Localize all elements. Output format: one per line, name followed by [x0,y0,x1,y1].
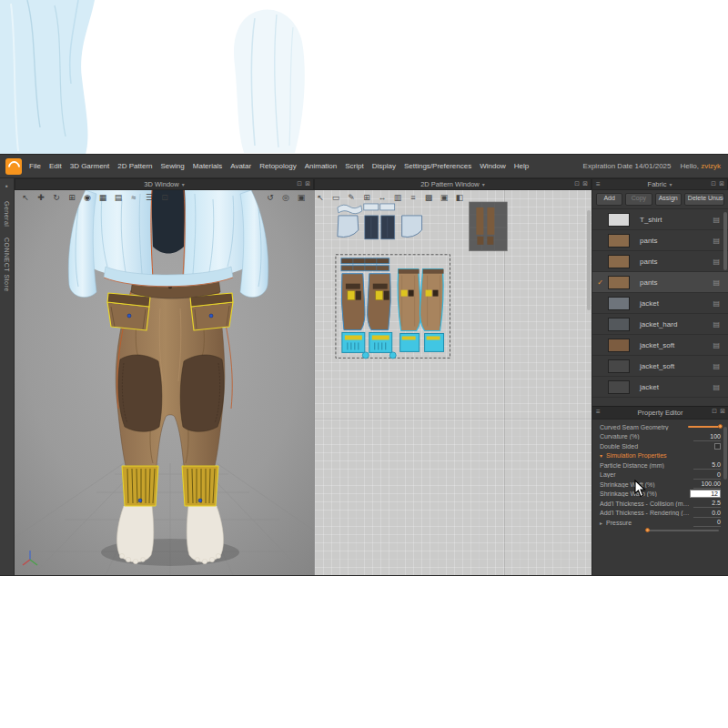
fabric-list-item[interactable]: jacket_soft ▤ [592,356,728,377]
avatar-with-garment[interactable] [15,190,314,575]
copy-fabric-button[interactable]: Copy [625,193,652,206]
menu-file[interactable]: File [29,162,41,170]
fabric-list-item[interactable]: pants ▤ [592,251,728,272]
fabric-settings-icon[interactable]: ▤ [713,216,720,224]
fabric-settings-icon[interactable]: ▤ [713,278,720,287]
close-panel-icon[interactable]: ⊠ [305,180,310,187]
menu-3d-garment[interactable]: 3D Garment [70,162,110,170]
menu-avatar[interactable]: Avatar [230,162,251,170]
fabric-settings-icon[interactable]: ▤ [713,299,720,308]
show-garment-icon[interactable]: ▦ [97,192,108,203]
edit-pattern-icon[interactable]: ✎ [346,192,357,203]
delete-unused-button[interactable]: Delete Unused [684,193,724,206]
fabric-settings-icon[interactable]: ▤ [713,320,720,329]
section-collapse-icon[interactable]: ▾ [600,452,602,459]
chevron-down-icon[interactable]: ▾ [182,181,185,187]
fabric-scrollbar-thumb[interactable] [723,212,727,270]
menu-sewing[interactable]: Sewing [161,162,185,170]
render-icon[interactable]: ⊡ [159,192,170,203]
assign-fabric-button[interactable]: Assign [655,193,682,206]
fabric-settings-icon[interactable]: ▤ [713,383,720,391]
jacket-pattern-pieces[interactable] [338,204,422,239]
fabric-list-item[interactable]: pants ▤ [592,230,728,251]
menu-display[interactable]: Display [372,162,396,170]
menu-script[interactable]: Script [345,162,363,170]
add-point-icon[interactable]: ⊞ [361,192,372,203]
fabric-list-item[interactable]: jacket ▤ [592,377,728,398]
pants-cuff-left[interactable] [122,466,158,506]
pants-pocket-right[interactable] [190,293,233,330]
pants-pattern-pieces-large[interactable] [398,269,443,352]
pants-pocket-left[interactable] [107,293,150,330]
menu-2d-pattern[interactable]: 2D Pattern [117,162,152,170]
fabric-settings-icon[interactable]: ▤ [713,362,720,370]
property-editor-header[interactable]: ≡ Property Editor ⊡ ⊠ [592,406,728,420]
grid-toggle-icon[interactable]: ▩ [423,192,434,203]
layer-value[interactable]: 0 [693,470,721,480]
pattern-tool-icon[interactable]: ▭ [330,192,341,203]
fabric-list-item[interactable]: T_shirt ▤ [592,209,728,230]
fabric-list-item-selected[interactable]: ✓ pants ▤ [592,272,728,293]
rotate-gizmo-icon[interactable]: ↻ [51,192,62,203]
particle-distance-value[interactable]: 5.0 [693,460,721,470]
move-gizmo-icon[interactable]: ✚ [35,192,46,203]
username-link[interactable]: zvizyk [701,162,721,170]
fabric-list-item[interactable]: jacket ▤ [592,293,728,314]
curved-seam-slider[interactable] [688,426,721,428]
pressure-value[interactable]: 0 [693,518,721,527]
reset-view-icon[interactable]: ↺ [265,192,276,203]
menu-edit[interactable]: Edit [49,162,62,170]
scene-list-icon[interactable]: ☰ [144,192,155,203]
close-panel-icon[interactable]: ⊠ [719,180,724,187]
float-panel-icon[interactable]: ⊡ [711,180,716,187]
select-tool-icon[interactable]: ↖ [20,192,31,203]
close-panel-icon[interactable]: ⊠ [582,180,588,187]
double-sided-checkbox[interactable] [714,443,721,450]
fabric-settings-icon[interactable]: ▤ [713,258,720,266]
menu-materials[interactable]: Materials [193,162,222,170]
2d-pattern-viewport[interactable]: ↖ ▭ ✎ ⊞ ↔ ▥ ≡ ▩ ▣ ◧ [314,190,592,575]
chevron-down-icon[interactable]: ▾ [669,181,672,187]
knee-panel-right[interactable] [180,355,224,431]
menu-help[interactable]: Help [514,162,529,170]
fabric-settings-icon[interactable]: ▤ [713,237,720,245]
rail-tab-connect-store[interactable]: CONNECT Store [4,238,10,292]
shrinkage-weft-value[interactable]: 100.00 [693,480,721,489]
2d-pattern-window-header[interactable]: 2D Pattern Window ▾ ⊡ ⊠ [314,178,592,190]
fabric-settings-icon[interactable]: ▤ [713,341,720,349]
menu-settings-preferences[interactable]: Settings/Preferences [404,162,471,170]
3d-viewport[interactable]: ↖ ✚ ↻ ⊞ ◉ ▦ ▤ ≈ ☰ ⊡ ↺ ◎ ▣ [15,190,314,575]
focus-view-icon[interactable]: ◎ [280,192,291,203]
3d-window-header[interactable]: 3D Window ▾ ⊡ ⊠ [15,178,314,190]
float-panel-icon[interactable]: ⊡ [297,180,302,187]
pattern-pieces[interactable] [315,190,592,574]
panel-menu-icon[interactable]: ≡ [596,408,601,416]
show-avatar-icon[interactable]: ◉ [82,192,93,203]
fabric-list-item[interactable]: jacket_soft ▤ [592,335,728,356]
pants-pattern-pieces-small[interactable] [341,258,396,359]
texture-surface-icon[interactable]: ▤ [113,192,124,203]
knee-panel-left[interactable] [118,355,162,431]
thickness-collision-value[interactable]: 2.5 [693,499,721,508]
sewing-tool-icon[interactable]: ≡ [408,192,419,203]
rail-tab-general[interactable]: General [4,201,10,227]
shrinkage-warp-input[interactable] [690,490,721,498]
section-expand-icon[interactable]: ▸ [600,520,602,526]
menu-animation[interactable]: Animation [305,162,338,170]
wind-icon[interactable]: ≈ [128,192,139,203]
float-panel-icon[interactable]: ⊡ [712,408,717,415]
property-editor-scrollbar-thumb[interactable] [723,427,727,480]
fabric-panel-header[interactable]: ≡ Fabric ▾ ⊡ ⊠ [592,178,728,190]
thickness-rendering-value[interactable]: 0.0 [693,509,721,518]
zoom-tool-icon[interactable]: ⊞ [66,192,77,203]
curvature-value[interactable]: 100 [693,432,721,441]
float-panel-icon[interactable]: ⊡ [574,180,580,187]
app-logo-icon[interactable] [5,158,22,175]
2d-scrollbar-thumb[interactable] [587,210,591,310]
menu-window[interactable]: Window [480,162,505,170]
panel-menu-icon[interactable]: ≡ [596,180,601,188]
pants-cuff-right[interactable] [182,466,218,506]
snapshot-icon[interactable]: ▣ [296,192,307,203]
chevron-down-icon[interactable]: ▾ [482,181,485,187]
menu-retopology[interactable]: Retopology [259,162,296,170]
